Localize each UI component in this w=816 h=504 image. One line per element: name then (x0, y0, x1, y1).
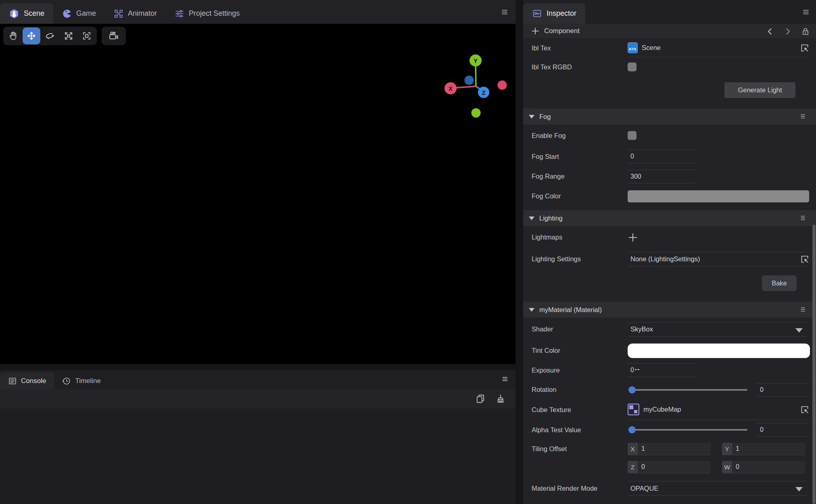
tab-inspector[interactable]: Inspector (523, 3, 585, 24)
tab-project-settings[interactable]: Project Settings (166, 3, 248, 24)
alpha-test-label: Alpha Test Value (532, 426, 628, 434)
ibl-tex-rgbd-checkbox[interactable] (628, 62, 637, 71)
tiling-w-input[interactable]: 0 (732, 461, 805, 473)
tab-timeline[interactable]: Timeline (54, 373, 109, 389)
scene-viewport[interactable]: Y X Z (0, 24, 515, 364)
enable-fog-checkbox[interactable] (628, 131, 637, 140)
main-panel-menu-icon[interactable] (500, 7, 509, 17)
tint-color-label: Tint Color (532, 347, 628, 354)
tiling-offset-row-zw: Z 0 W 0 (523, 458, 816, 476)
editor-window: Scene Game Animator Project Settings (0, 0, 816, 504)
viewport-toolbar (3, 27, 97, 45)
tiling-x-input[interactable]: 1 (638, 443, 711, 455)
alpha-test-value-input[interactable]: 0 (756, 423, 808, 437)
cube-texture-field[interactable]: myCubeMap (628, 400, 807, 420)
axis-gizmo[interactable]: Y X Z (436, 37, 528, 125)
focus-tool-button[interactable] (78, 27, 96, 44)
tiling-y-input[interactable]: 1 (732, 443, 805, 455)
lighting-section-menu-icon[interactable] (799, 214, 807, 222)
tab-game[interactable]: Game (53, 3, 105, 24)
add-lightmap-button[interactable] (628, 232, 638, 243)
render-mode-dropdown[interactable]: OPAQUE (628, 481, 807, 496)
fog-range-row: Fog Range 300 (523, 167, 816, 186)
move-tool-button[interactable] (23, 27, 40, 44)
nav-back-icon[interactable] (765, 27, 775, 36)
alpha-test-slider[interactable] (629, 429, 747, 431)
add-icon (531, 27, 540, 35)
collapse-arrow-icon (529, 217, 534, 220)
rotation-slider[interactable] (629, 389, 747, 391)
render-mode-value: OPAQUE (630, 485, 658, 492)
generate-light-button[interactable]: Generate Light (724, 82, 795, 98)
clear-log-icon[interactable] (495, 394, 506, 404)
generate-light-row: Generate Light (523, 77, 816, 103)
lighting-settings-picker-icon[interactable] (799, 254, 810, 264)
fog-color-row: Fog Color (523, 186, 816, 206)
copy-log-icon[interactable] (475, 394, 486, 404)
console-icon (8, 377, 17, 385)
fog-color-swatch[interactable] (628, 190, 809, 202)
fog-start-label: Fog Start (532, 153, 628, 160)
rotation-value-input[interactable]: 0 (756, 383, 808, 397)
tiling-offset-row-xy: Tiling Offset X 1 Y 1 (523, 440, 816, 458)
gizmo-x-label: X (449, 85, 453, 92)
shader-value: SkyBox (630, 325, 653, 333)
nav-forward-icon[interactable] (783, 27, 793, 36)
cube-texture-label: Cube Texture (532, 406, 628, 414)
material-section-header[interactable]: myMaterial (Material) (523, 302, 816, 318)
inspector-panel-menu-icon[interactable] (801, 7, 811, 17)
pan-tool-button[interactable] (4, 27, 22, 44)
ibl-tex-picker-icon[interactable] (799, 43, 810, 53)
fog-section-menu-icon[interactable] (799, 112, 807, 121)
fog-start-row: Fog Start 0 (523, 146, 816, 167)
fog-section-header[interactable]: Fog (523, 108, 816, 125)
add-component-bar[interactable]: Component (523, 24, 816, 39)
tiling-x-chip: X (628, 443, 638, 455)
lighting-section-header[interactable]: Lighting (523, 210, 816, 226)
alpha-test-slider-knob[interactable] (628, 426, 636, 433)
lighting-section-title: Lighting (539, 215, 563, 222)
tab-scene[interactable]: Scene (0, 3, 53, 24)
camera-preview-button[interactable] (102, 27, 126, 45)
zoom-extents-tool-button[interactable] (60, 27, 77, 44)
timeline-icon (62, 377, 71, 385)
tab-timeline-label: Timeline (75, 377, 101, 385)
lighting-settings-field[interactable]: None (LightingSettings) (628, 252, 807, 267)
tint-color-swatch[interactable] (628, 344, 810, 358)
fog-range-input[interactable]: 300 (628, 170, 695, 183)
alpha-test-row: Alpha Test Value 0 (523, 420, 816, 440)
lock-icon[interactable] (801, 27, 810, 36)
resize-cursor: ↔ (633, 364, 641, 373)
tint-color-row: Tint Color (523, 341, 816, 360)
lightmaps-label: Lightmaps (532, 233, 628, 241)
tab-animator[interactable]: Animator (105, 3, 166, 24)
gizmo-neg-z-ball (465, 76, 474, 85)
cube-texture-picker-icon[interactable] (799, 404, 810, 415)
chevron-down-icon (795, 328, 803, 333)
cube-texture-value: myCubeMap (643, 406, 681, 413)
gizmo-neg-y-ball (472, 108, 481, 118)
console-tab-bar: Console Timeline (0, 370, 515, 389)
collapse-arrow-icon (529, 115, 534, 119)
material-section-menu-icon[interactable] (799, 305, 807, 314)
rotation-row: Rotation 0 (523, 380, 816, 400)
ibl-tex-field[interactable]: KTX Scene (628, 39, 807, 57)
fog-start-input[interactable]: 0 (628, 150, 695, 163)
lightmaps-row: Lightmaps (523, 226, 816, 248)
enable-fog-label: Enable Fog (532, 132, 628, 140)
rotation-label: Rotation (532, 386, 628, 394)
inspector-scrollbar-thumb[interactable] (812, 225, 816, 504)
inspector-panel: Inspector Component Ibl Tex (523, 0, 816, 504)
tiling-z-input[interactable]: 0 (638, 461, 711, 473)
ibl-tex-label: Ibl Tex (532, 44, 628, 52)
console-panel-menu-icon[interactable] (501, 375, 509, 383)
console-log-area[interactable] (0, 408, 515, 504)
rotation-slider-knob[interactable] (628, 386, 636, 394)
cube-texture-icon (628, 404, 639, 415)
rotate-tool-button[interactable] (41, 27, 59, 44)
gizmo-z-label: Z (482, 89, 485, 96)
bake-button[interactable]: Bake (762, 275, 797, 291)
render-mode-row: Material Render Mode OPAQUE (523, 478, 816, 498)
tab-console[interactable]: Console (0, 373, 54, 389)
shader-dropdown[interactable]: SkyBox (628, 322, 807, 337)
